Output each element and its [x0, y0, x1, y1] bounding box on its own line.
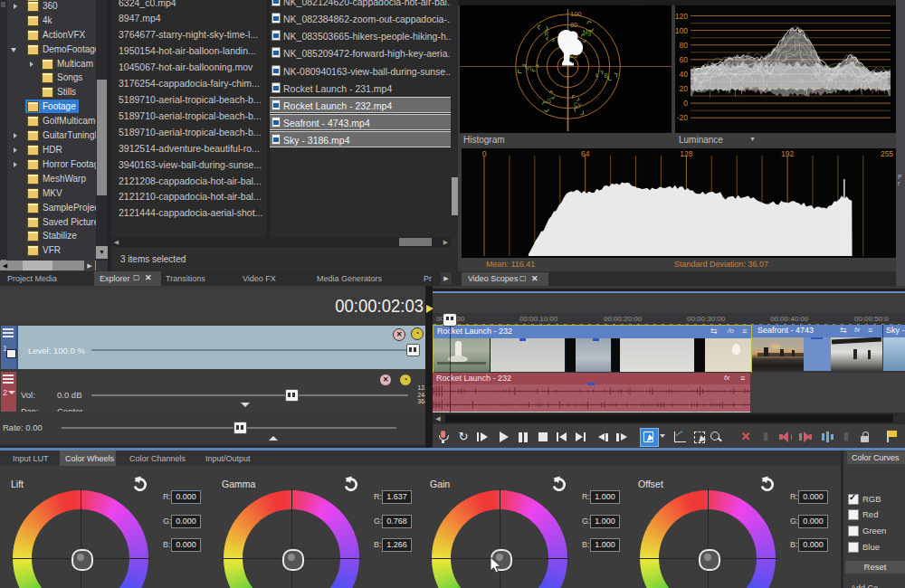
svg-text:Cy: Cy — [574, 101, 582, 109]
svg-text:B: B — [605, 72, 608, 79]
svg-text:-20: -20 — [677, 113, 689, 122]
svg-text:20: 20 — [680, 84, 689, 93]
svg-text:192: 192 — [781, 149, 794, 158]
svg-text:R: R — [545, 31, 549, 37]
svg-text:0: 0 — [683, 99, 688, 108]
svg-text:80: 80 — [570, 21, 577, 29]
svg-text:Mg: Mg — [583, 29, 591, 36]
svg-text:80: 80 — [680, 41, 689, 50]
svg-text:100: 100 — [675, 26, 688, 35]
svg-text:60: 60 — [680, 55, 689, 64]
svg-text:Yl: Yl — [526, 65, 531, 71]
svg-text:120: 120 — [675, 12, 688, 21]
svg-text:40: 40 — [680, 70, 689, 79]
svg-text:0: 0 — [482, 149, 487, 158]
svg-text:64: 64 — [581, 149, 590, 158]
svg-text:G: G — [547, 98, 551, 104]
svg-text:255: 255 — [881, 149, 893, 158]
svg-text:128: 128 — [680, 149, 692, 158]
svg-text:100: 100 — [570, 10, 582, 18]
